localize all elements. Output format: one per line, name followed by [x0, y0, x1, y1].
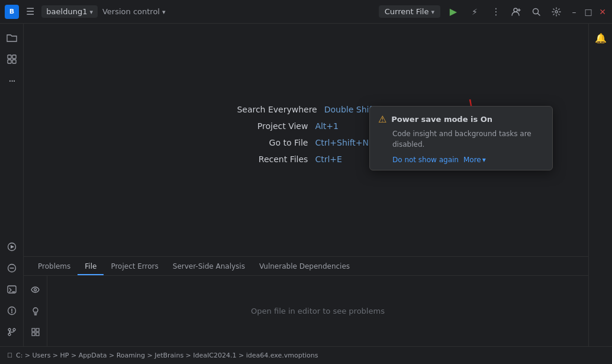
project-chevron-icon [89, 7, 93, 16]
notifications-bell-icon[interactable]: 🔔 [591, 28, 610, 47]
maximize-button[interactable]: □ [584, 7, 593, 17]
shortcut-name-project: Project View [237, 121, 308, 131]
right-sidebar: 🔔 [588, 24, 612, 346]
shortcuts-list: Search Everywhere Double Shift Project V… [237, 105, 375, 164]
panel-eye-icon[interactable] [26, 281, 45, 299]
shortcut-key-search: Double Shift [324, 105, 375, 114]
statusbar-path: C: > Users > HP > AppData > Roaming > Je… [16, 352, 318, 359]
bottom-tabs: Problems File Project Errors Server-Side… [24, 256, 588, 275]
statusbar-checkbox[interactable]: ☐ [7, 352, 12, 359]
shortcut-project-view: Project View Alt+1 [237, 121, 375, 131]
shortcut-go-to-file: Go to File Ctrl+Shift+N [237, 138, 375, 147]
svg-point-0 [514, 8, 517, 12]
shortcut-name-recent: Recent Files [237, 154, 308, 164]
tab-vulnerable-dependencies[interactable]: Vulnerable Dependencies [252, 259, 357, 275]
shortcut-key-goto: Ctrl+Shift+N [315, 138, 369, 147]
warning-icon: ⚠ [378, 114, 386, 125]
svg-rect-26 [32, 328, 35, 331]
left-sidebar: ··· [0, 24, 24, 346]
tooltip-more-button[interactable]: More ▾ [463, 156, 486, 164]
run-button[interactable]: ▶ [445, 4, 462, 20]
tooltip-title: Power save mode is On [391, 115, 492, 124]
content-area: Search Everywhere Double Shift Project V… [24, 24, 588, 346]
version-control-dropdown[interactable]: Version control [102, 7, 166, 16]
project-dropdown[interactable]: baeldung1 [41, 5, 98, 18]
panel-empty-message: Open file in editor to see problems [251, 307, 385, 315]
svg-point-18 [11, 312, 12, 313]
main-layout: ··· [0, 24, 612, 346]
project-name-label: baeldung1 [46, 7, 87, 16]
statusbar: ☐ C: > Users > HP > AppData > Roaming > … [0, 346, 612, 364]
shortcut-search-everywhere: Search Everywhere Double Shift [237, 105, 375, 114]
tooltip-popup: ⚠ Power save mode is On Code insight and… [369, 106, 553, 170]
tab-problems[interactable]: Problems [31, 259, 78, 275]
titlebar: B ☰ baeldung1 Version control Current Fi… [0, 0, 612, 24]
titlebar-left: B ☰ baeldung1 Version control [5, 4, 375, 20]
panel-bulb-icon[interactable] [26, 302, 45, 321]
shortcut-name-search: Search Everywhere [237, 105, 317, 114]
titlebar-right: – □ ✕ [508, 4, 607, 20]
shortcut-key-project: Alt+1 [315, 121, 339, 131]
sidebar-item-debug[interactable] [2, 259, 21, 278]
sidebar-item-folder[interactable] [2, 28, 21, 47]
svg-rect-29 [36, 333, 39, 336]
svg-rect-7 [12, 55, 16, 59]
hamburger-icon[interactable]: ☰ [24, 4, 37, 20]
svg-rect-6 [8, 55, 11, 59]
shortcut-key-recent: Ctrl+E [315, 154, 342, 164]
sidebar-item-problems[interactable] [2, 301, 21, 320]
sidebar-item-terminal[interactable] [2, 280, 21, 299]
run-config-dropdown[interactable]: Current File [379, 5, 440, 18]
tab-server-side-analysis[interactable]: Server-Side Analysis [166, 259, 252, 275]
minimize-button[interactable]: – [569, 7, 579, 17]
titlebar-center: Current File ▶ ⚡ ⋮ [379, 4, 504, 20]
svg-rect-9 [12, 60, 16, 63]
run-config-label: Current File [385, 7, 429, 16]
editor-area: Search Everywhere Double Shift Project V… [24, 24, 588, 256]
shortcut-name-goto: Go to File [237, 138, 308, 147]
tooltip-actions: Do not show again More ▾ [378, 156, 544, 164]
svg-rect-8 [8, 60, 11, 63]
sidebar-item-more[interactable]: ··· [2, 71, 21, 90]
do-not-show-again-link[interactable]: Do not show again [392, 156, 459, 164]
sidebar-item-vcs[interactable] [2, 323, 21, 342]
shortcut-recent-files: Recent Files Ctrl+E [237, 154, 375, 164]
problems-panel: Open file in editor to see problems [24, 275, 588, 346]
svg-point-23 [34, 289, 37, 291]
logo: B [5, 5, 19, 19]
run-config-chevron-icon [431, 7, 434, 16]
sidebar-item-run[interactable] [2, 237, 21, 256]
svg-marker-11 [11, 245, 14, 249]
tooltip-header: ⚠ Power save mode is On [378, 114, 544, 125]
settings-button[interactable] [548, 4, 565, 20]
close-button[interactable]: ✕ [598, 7, 607, 17]
sidebar-item-plugins[interactable] [2, 50, 21, 69]
svg-rect-27 [36, 328, 39, 331]
panel-left-icons [24, 276, 47, 346]
svg-rect-28 [32, 333, 35, 336]
tab-file[interactable]: File [78, 259, 104, 275]
svg-line-4 [538, 13, 540, 15]
more-chevron-icon: ▾ [482, 156, 486, 164]
tab-project-errors[interactable]: Project Errors [104, 259, 165, 275]
version-control-label: Version control [102, 7, 160, 16]
add-user-button[interactable] [508, 4, 524, 20]
tooltip-body: Code insight and background tasks are di… [378, 128, 544, 150]
search-button[interactable] [528, 4, 545, 20]
panel-content: Open file in editor to see problems [47, 276, 588, 346]
version-control-chevron-icon [162, 7, 166, 16]
debug-button[interactable]: ⚡ [466, 4, 483, 20]
svg-point-5 [555, 11, 558, 13]
panel-grid-icon[interactable] [26, 323, 45, 342]
more-run-options-button[interactable]: ⋮ [488, 4, 504, 20]
